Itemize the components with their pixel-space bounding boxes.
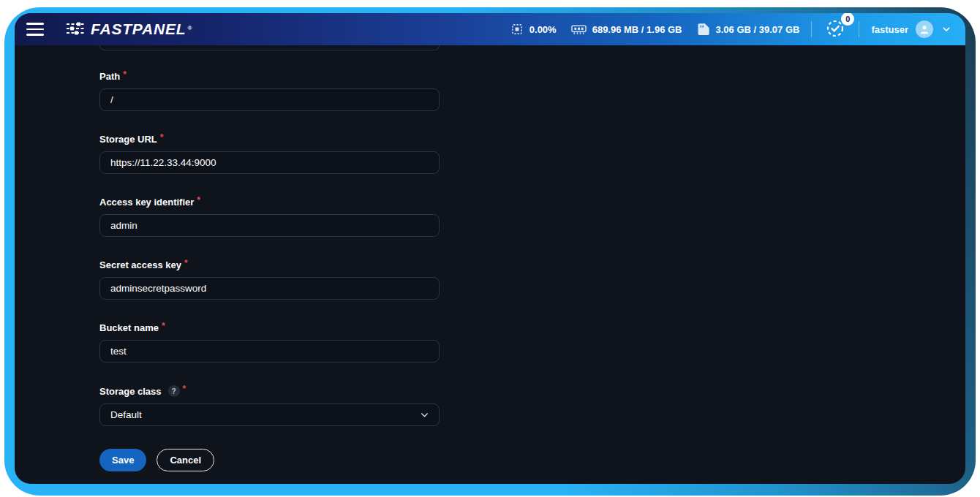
topbar: FASTPANEL ® 0.00% — [15, 13, 965, 45]
chevron-down-icon — [941, 23, 952, 35]
tasks-clock-button[interactable]: 0 — [823, 17, 847, 42]
form-actions: Save Cancel — [99, 449, 965, 471]
field-group-bucket-name: Bucket name * — [99, 322, 440, 363]
registered-mark: ® — [187, 25, 192, 31]
disk-stat: 3.06 GB / 39.07 GB — [697, 23, 800, 36]
disk-icon — [697, 23, 710, 36]
username: fastuser — [871, 24, 908, 35]
field-group-path: Path * — [99, 71, 440, 111]
field-group-storage-class: Storage class ? * Default — [99, 385, 440, 426]
required-asterisk: * — [160, 132, 164, 143]
menu-hamburger-button[interactable] — [22, 16, 48, 42]
required-asterisk: * — [162, 321, 165, 331]
required-asterisk: * — [183, 384, 186, 394]
help-icon[interactable]: ? — [168, 385, 180, 397]
topbar-divider — [859, 21, 859, 37]
chevron-down-icon — [419, 409, 430, 420]
storage-class-label: Storage class — [99, 386, 162, 397]
topbar-divider — [811, 21, 812, 37]
user-avatar — [916, 20, 933, 38]
ram-value: 689.96 MB / 1.96 GB — [592, 24, 682, 35]
save-button[interactable]: Save — [99, 449, 146, 471]
cpu-icon — [510, 23, 524, 36]
equalizer-icon — [66, 21, 86, 37]
person-icon — [918, 23, 931, 36]
storage-settings-form: Path * Storage URL * Access key identifi… — [15, 45, 965, 484]
notifications-badge: 0 — [841, 13, 854, 26]
path-input[interactable] — [99, 88, 440, 111]
bucket-name-label: Bucket name — [99, 322, 159, 333]
access-key-label: Access key identifier — [99, 197, 194, 208]
brand-name: FASTPANEL — [91, 20, 186, 38]
clipped-input-above[interactable] — [99, 45, 440, 50]
brand-logo[interactable]: FASTPANEL ® — [66, 20, 192, 38]
disk-value: 3.06 GB / 39.07 GB — [716, 24, 800, 35]
app-window: FASTPANEL ® 0.00% — [15, 13, 965, 484]
user-menu[interactable]: fastuser — [871, 20, 952, 38]
required-asterisk: * — [197, 195, 200, 205]
storage-class-selected-value: Default — [110, 409, 142, 420]
ram-stat: 689.96 MB / 1.96 GB — [571, 23, 682, 35]
access-key-input[interactable] — [99, 214, 440, 237]
secret-key-label: Secret access key — [99, 259, 181, 270]
required-asterisk: * — [123, 69, 127, 80]
required-asterisk: * — [184, 258, 188, 268]
storage-class-select[interactable]: Default — [99, 403, 440, 426]
storage-url-input[interactable] — [99, 151, 440, 174]
bucket-name-input[interactable] — [99, 340, 440, 363]
ram-icon — [571, 23, 587, 35]
field-group-access-key: Access key identifier * — [99, 197, 440, 237]
cancel-button[interactable]: Cancel — [157, 449, 214, 471]
field-group-secret-key: Secret access key * — [99, 259, 440, 300]
field-group-storage-url: Storage URL * — [99, 134, 440, 174]
path-label: Path — [99, 71, 120, 82]
server-stats: 0.00% 689.96 — [510, 23, 800, 36]
window-frame: FASTPANEL ® 0.00% — [4, 7, 976, 496]
secret-key-input[interactable] — [99, 277, 440, 300]
cpu-stat: 0.00% — [510, 23, 557, 36]
cpu-value: 0.00% — [529, 24, 557, 35]
storage-url-label: Storage URL — [99, 134, 157, 145]
